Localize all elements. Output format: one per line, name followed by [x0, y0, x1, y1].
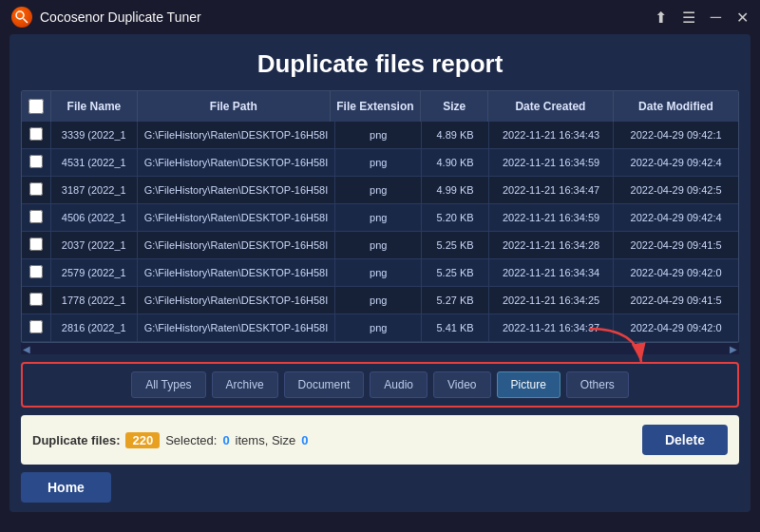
col-header-filename: File Name [50, 91, 137, 122]
row-checkbox[interactable] [29, 210, 43, 223]
header-checkbox-cell [22, 91, 50, 122]
cell-filepath: G:\FileHistory\Raten\DESKTOP-16H58I [137, 177, 335, 204]
cell-extension: png [335, 122, 422, 149]
table-scroll-area[interactable]: 3339 (2022_1 G:\FileHistory\Raten\DESKTO… [22, 122, 738, 342]
selected-label: Selected: [165, 433, 217, 447]
row-checkbox[interactable] [29, 127, 43, 141]
cell-modified: 2022-04-29 09:41:5 [614, 287, 738, 314]
title-bar-controls: ⬆ ☰ ─ ✕ [655, 9, 749, 27]
cell-size: 5.41 KB [422, 314, 489, 342]
select-all-checkbox[interactable] [28, 99, 44, 114]
table-header: File Name File Path File Extension Size … [22, 91, 738, 122]
cell-filepath: G:\FileHistory\Raten\DESKTOP-16H58I [137, 287, 335, 314]
cell-extension: png [335, 232, 422, 259]
scroll-left-arrow[interactable]: ◀ [23, 344, 30, 354]
col-header-extension: File Extension [330, 91, 421, 122]
delete-button[interactable]: Delete [642, 425, 728, 455]
title-bar-left: Cocosenor Duplicate Tuner [11, 7, 201, 28]
app-icon [11, 7, 32, 28]
cell-size: 5.25 KB [422, 259, 489, 287]
table-row[interactable]: 1778 (2022_1 G:\FileHistory\Raten\DESKTO… [22, 287, 738, 314]
title-bar: Cocosenor Duplicate Tuner ⬆ ☰ ─ ✕ [0, 0, 760, 34]
cell-filename: 2579 (2022_1 [50, 259, 137, 287]
cell-filename: 4531 (2022_1 [50, 149, 137, 177]
cell-filename: 1778 (2022_1 [50, 287, 137, 314]
cell-size: 4.99 KB [422, 177, 489, 204]
table-row[interactable]: 3187 (2022_1 G:\FileHistory\Raten\DESKTO… [22, 177, 738, 204]
page-title: Duplicate files report [10, 34, 750, 90]
cell-created: 2022-11-21 16:34:28 [488, 232, 613, 259]
cell-modified: 2022-04-29 09:42:0 [614, 259, 738, 287]
row-checkbox[interactable] [29, 265, 43, 278]
filter-section: All TypesArchiveDocumentAudioVideoPictur… [21, 362, 739, 408]
app-title: Cocosenor Duplicate Tuner [40, 10, 201, 25]
row-checkbox[interactable] [29, 293, 43, 306]
table-body: 3339 (2022_1 G:\FileHistory\Raten\DESKTO… [22, 122, 738, 342]
filter-section-wrapper: All TypesArchiveDocumentAudioVideoPictur… [10, 362, 750, 408]
filter-btn-picture[interactable]: Picture [497, 371, 560, 398]
row-checkbox[interactable] [29, 238, 43, 251]
table-row[interactable]: 4531 (2022_1 G:\FileHistory\Raten\DESKTO… [22, 149, 738, 177]
row-checkbox[interactable] [29, 320, 43, 333]
table-row[interactable]: 2037 (2022_1 G:\FileHistory\Raten\DESKTO… [22, 232, 738, 259]
filter-btn-others[interactable]: Others [566, 371, 629, 398]
cell-created: 2022-11-21 16:34:59 [488, 149, 613, 177]
bottom-bar: Home [21, 472, 739, 503]
cell-created: 2022-11-21 16:34:34 [488, 259, 613, 287]
cell-filepath: G:\FileHistory\Raten\DESKTOP-16H58I [137, 149, 335, 177]
row-checkbox[interactable] [29, 182, 43, 196]
home-button[interactable]: Home [21, 472, 111, 503]
col-header-modified: Date Modified [613, 91, 738, 122]
close-icon[interactable]: ✕ [736, 9, 749, 27]
main-container: Duplicate files report File Name File Pa… [10, 34, 750, 512]
filter-btn-audio[interactable]: Audio [370, 371, 428, 398]
cell-filepath: G:\FileHistory\Raten\DESKTOP-16H58I [137, 204, 335, 232]
filter-btn-all-types[interactable]: All Types [131, 371, 205, 398]
cell-size: 4.89 KB [422, 122, 489, 149]
cell-filename: 2816 (2022_1 [50, 314, 137, 342]
minimize-icon[interactable]: ─ [711, 9, 721, 26]
cell-modified: 2022-04-29 09:42:0 [614, 314, 738, 342]
table-wrapper: File Name File Path File Extension Size … [21, 90, 739, 343]
col-header-created: Date Created [488, 91, 614, 122]
cell-size: 5.25 KB [422, 232, 489, 259]
cell-modified: 2022-04-29 09:42:1 [614, 122, 738, 149]
cell-size: 5.27 KB [422, 287, 489, 314]
cell-extension: png [335, 177, 422, 204]
duplicate-label: Duplicate files: [32, 433, 120, 447]
cell-extension: png [335, 314, 422, 342]
cell-size: 4.90 KB [422, 149, 489, 177]
menu-icon[interactable]: ☰ [682, 9, 695, 27]
cell-filepath: G:\FileHistory\Raten\DESKTOP-16H58I [137, 232, 335, 259]
scroll-right-arrow[interactable]: ▶ [730, 344, 737, 354]
table-row[interactable]: 3339 (2022_1 G:\FileHistory\Raten\DESKTO… [22, 122, 738, 149]
filter-btn-document[interactable]: Document [284, 371, 365, 398]
cell-filename: 3187 (2022_1 [50, 177, 137, 204]
share-icon[interactable]: ⬆ [655, 9, 667, 27]
size-value: 0 [301, 433, 308, 447]
col-header-filepath: File Path [138, 91, 331, 122]
table-row[interactable]: 2579 (2022_1 G:\FileHistory\Raten\DESKTO… [22, 259, 738, 287]
cell-modified: 2022-04-29 09:42:5 [614, 177, 738, 204]
filter-btn-video[interactable]: Video [433, 371, 490, 398]
items-label: items, Size [236, 433, 296, 447]
cell-filename: 4506 (2022_1 [50, 204, 137, 232]
cell-filename: 2037 (2022_1 [50, 232, 137, 259]
cell-filename: 3339 (2022_1 [50, 122, 137, 149]
cell-size: 5.20 KB [422, 204, 489, 232]
files-table: File Name File Path File Extension Size … [22, 91, 738, 122]
cell-filepath: G:\FileHistory\Raten\DESKTOP-16H58I [137, 259, 335, 287]
files-table-body: 3339 (2022_1 G:\FileHistory\Raten\DESKTO… [22, 122, 738, 342]
status-left: Duplicate files: 220 Selected: 0 items, … [32, 432, 308, 448]
cell-created: 2022-11-21 16:34:43 [488, 122, 613, 149]
cell-modified: 2022-04-29 09:41:5 [614, 232, 738, 259]
h-scroll-bar: ◀ ▶ [21, 343, 739, 354]
filter-btn-archive[interactable]: Archive [212, 371, 278, 398]
selected-items: 0 [222, 433, 229, 447]
cell-created: 2022-11-21 16:34:47 [488, 177, 613, 204]
cell-modified: 2022-04-29 09:42:4 [614, 149, 738, 177]
row-checkbox[interactable] [29, 155, 43, 168]
status-bar: Duplicate files: 220 Selected: 0 items, … [21, 415, 739, 465]
table-row[interactable]: 2816 (2022_1 G:\FileHistory\Raten\DESKTO… [22, 314, 738, 342]
table-row[interactable]: 4506 (2022_1 G:\FileHistory\Raten\DESKTO… [22, 204, 738, 232]
